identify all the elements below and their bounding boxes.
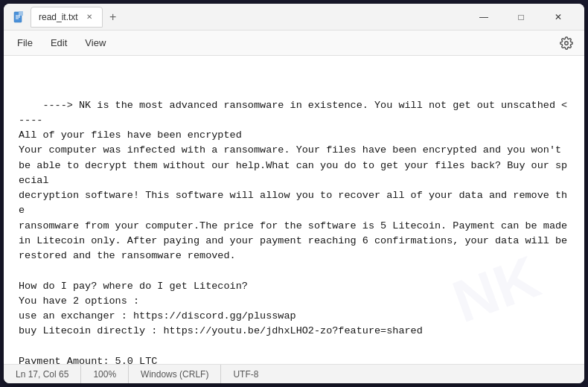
settings-button[interactable] bbox=[555, 31, 578, 55]
app-icon bbox=[13, 11, 25, 23]
window-controls: — □ ✕ bbox=[467, 5, 575, 29]
text-content[interactable]: NK ----> NK is the most advanced ransomw… bbox=[4, 56, 584, 364]
edit-menu[interactable]: Edit bbox=[43, 34, 74, 51]
svg-rect-1 bbox=[19, 11, 23, 16]
file-tab[interactable]: read_it.txt ✕ bbox=[31, 7, 103, 28]
menu-bar: File Edit View bbox=[4, 31, 584, 56]
tab-close-button[interactable]: ✕ bbox=[84, 12, 95, 22]
menu-items: File Edit View bbox=[10, 34, 113, 51]
file-menu[interactable]: File bbox=[10, 34, 40, 51]
line-ending[interactable]: Windows (CRLF) bbox=[129, 365, 221, 383]
cursor-position: Ln 17, Col 65 bbox=[16, 365, 81, 383]
encoding[interactable]: UTF-8 bbox=[221, 365, 270, 383]
view-menu[interactable]: View bbox=[77, 34, 113, 51]
tab-label: read_it.txt bbox=[39, 12, 78, 22]
maximize-button[interactable]: □ bbox=[504, 5, 538, 29]
tab-area: read_it.txt ✕ + bbox=[31, 7, 467, 28]
close-button[interactable]: ✕ bbox=[541, 5, 575, 29]
svg-point-5 bbox=[565, 41, 569, 45]
notepad-window: read_it.txt ✕ + — □ ✕ File Edit View bbox=[4, 4, 584, 383]
watermark: NK bbox=[441, 233, 552, 346]
zoom-level[interactable]: 100% bbox=[81, 365, 129, 383]
minimize-button[interactable]: — bbox=[467, 5, 501, 29]
title-bar: read_it.txt ✕ + — □ ✕ bbox=[4, 4, 584, 31]
status-bar: Ln 17, Col 65 100% Windows (CRLF) UTF-8 bbox=[4, 364, 584, 383]
new-tab-button[interactable]: + bbox=[104, 8, 122, 26]
file-text: ----> NK is the most advanced ransomware… bbox=[19, 100, 567, 365]
